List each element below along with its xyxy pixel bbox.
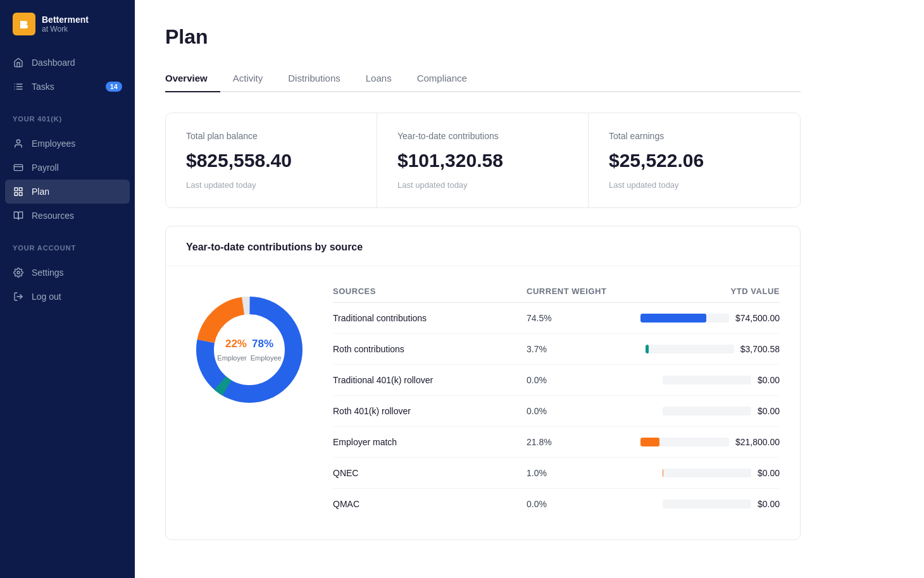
source-label: QMAC: [333, 499, 527, 509]
employee-label: Employee: [251, 354, 282, 362]
brand-logo: Betterment at Work: [0, 0, 135, 46]
table-row: QNEC 1.0% $0.00: [333, 458, 780, 489]
contributions-header: Year-to-date contributions by source: [166, 226, 800, 266]
svg-rect-10: [15, 188, 18, 191]
source-label: Roth 401(k) rollover: [333, 406, 527, 416]
ytd-value: $0.00: [628, 499, 780, 509]
home-icon: [13, 57, 24, 68]
ytd-amount: $0.00: [758, 375, 780, 385]
bar-track: [640, 314, 729, 323]
logout-icon: [13, 291, 24, 302]
ytd-amount: $0.00: [758, 468, 780, 478]
bar-track: [663, 407, 751, 415]
table-row: QMAC 0.0% $0.00: [333, 489, 780, 519]
weight-value: 21.8%: [527, 437, 628, 447]
tab-loans[interactable]: Loans: [363, 66, 404, 91]
sidebar-item-tasks[interactable]: Tasks 14: [0, 75, 135, 99]
col-weight: Current weight: [527, 286, 628, 296]
source-label: Roth contributions: [333, 344, 527, 354]
stat-value: $101,320.58: [397, 150, 568, 171]
page-title: Plan: [165, 25, 801, 49]
stat-value: $825,558.40: [186, 150, 356, 171]
tab-distributions[interactable]: Distributions: [285, 66, 353, 91]
page-tabs: Overview Activity Distributions Loans Co…: [165, 66, 801, 92]
tab-overview[interactable]: Overview: [165, 66, 220, 91]
source-label: QNEC: [333, 468, 527, 478]
stat-cards: Total plan balance $825,558.40 Last upda…: [165, 113, 801, 208]
stat-card-contributions: Year-to-date contributions $101,320.58 L…: [377, 113, 589, 207]
bar-track: [663, 469, 751, 477]
sidebar-item-label: Settings: [32, 267, 122, 278]
weight-value: 0.0%: [527, 406, 628, 416]
tab-activity[interactable]: Activity: [230, 66, 276, 91]
sidebar-item-resources[interactable]: Resources: [0, 204, 135, 228]
sidebar-item-settings[interactable]: Settings: [0, 261, 135, 285]
tasks-icon: [13, 81, 24, 92]
contributions-table: Sources Current weight YTD value Traditi…: [333, 286, 780, 519]
sidebar-item-employees[interactable]: Employees: [0, 132, 135, 156]
sidebar-item-label: Dashboard: [32, 58, 122, 68]
employee-pct: 78%: [252, 338, 273, 350]
svg-point-7: [16, 140, 20, 143]
brand-name: Betterment at Work: [42, 15, 89, 34]
ytd-value: $3,700.58: [628, 344, 780, 354]
svg-rect-11: [19, 188, 22, 191]
plan-icon: [13, 186, 24, 197]
nav-401k: Employees Payroll Plan: [0, 126, 135, 233]
svg-rect-8: [14, 164, 22, 170]
bar-fill: [663, 469, 663, 477]
bar-track: [646, 345, 734, 354]
logo-icon: [13, 13, 35, 35]
employer-label: Employer: [217, 354, 246, 362]
col-ytd: YTD value: [628, 286, 780, 296]
stat-label: Total earnings: [609, 131, 780, 141]
sidebar-item-label: Resources: [32, 211, 122, 221]
tasks-badge: 14: [106, 82, 122, 92]
bar-fill: [646, 345, 649, 354]
weight-value: 1.0%: [527, 468, 628, 478]
source-label: Traditional 401(k) rollover: [333, 375, 527, 385]
stat-label: Year-to-date contributions: [397, 131, 568, 141]
person-icon: [13, 138, 24, 149]
contributions-body: 22% 78% Employer Employee: [166, 266, 800, 539]
sidebar-item-plan[interactable]: Plan: [5, 180, 130, 204]
section-label-401k: YOUR 401(K): [0, 104, 135, 126]
main-content: Plan Overview Activity Distributions Loa…: [135, 0, 924, 578]
ytd-amount: $21,800.00: [735, 437, 780, 447]
table-header: Sources Current weight YTD value: [333, 286, 780, 303]
main-nav: Dashboard Tasks 14: [0, 46, 135, 104]
sidebar-item-payroll[interactable]: Payroll: [0, 156, 135, 180]
donut-chart: 22% 78% Employer Employee: [186, 286, 313, 413]
sidebar-item-label: Log out: [32, 292, 122, 302]
table-row: Roth contributions 3.7% $3,700.58: [333, 334, 780, 365]
stat-label: Total plan balance: [186, 131, 356, 141]
contributions-card: Year-to-date contributions by source: [165, 226, 801, 540]
stat-updated: Last updated today: [397, 180, 568, 190]
sidebar: Betterment at Work Dashboard Tasks 14 YO…: [0, 0, 135, 578]
svg-point-14: [17, 271, 20, 274]
stat-card-balance: Total plan balance $825,558.40 Last upda…: [166, 113, 377, 207]
bar-track: [640, 438, 729, 446]
gear-icon: [13, 267, 24, 278]
weight-value: 0.0%: [527, 375, 628, 385]
employer-pct: 22%: [225, 338, 247, 350]
ytd-amount: $3,700.58: [740, 344, 780, 354]
sidebar-item-logout[interactable]: Log out: [0, 285, 135, 309]
weight-value: 0.0%: [527, 499, 628, 509]
table-row: Traditional contributions 74.5% $74,500.…: [333, 303, 780, 334]
svg-rect-13: [15, 192, 18, 195]
stat-updated: Last updated today: [186, 180, 356, 190]
table-row: Employer match 21.8% $21,800.00: [333, 427, 780, 458]
source-label: Employer match: [333, 437, 527, 447]
tab-compliance[interactable]: Compliance: [415, 66, 480, 91]
ytd-amount: $0.00: [758, 406, 780, 416]
ytd-amount: $0.00: [758, 499, 780, 509]
ytd-value: $21,800.00: [628, 437, 780, 447]
section-label-account: YOUR ACCOUNT: [0, 233, 135, 255]
bar-track: [663, 376, 751, 384]
sidebar-item-label: Payroll: [32, 163, 122, 173]
sidebar-item-dashboard[interactable]: Dashboard: [0, 51, 135, 75]
weight-value: 3.7%: [527, 344, 628, 354]
ytd-amount: $74,500.00: [735, 313, 780, 323]
ytd-value: $0.00: [628, 406, 780, 416]
